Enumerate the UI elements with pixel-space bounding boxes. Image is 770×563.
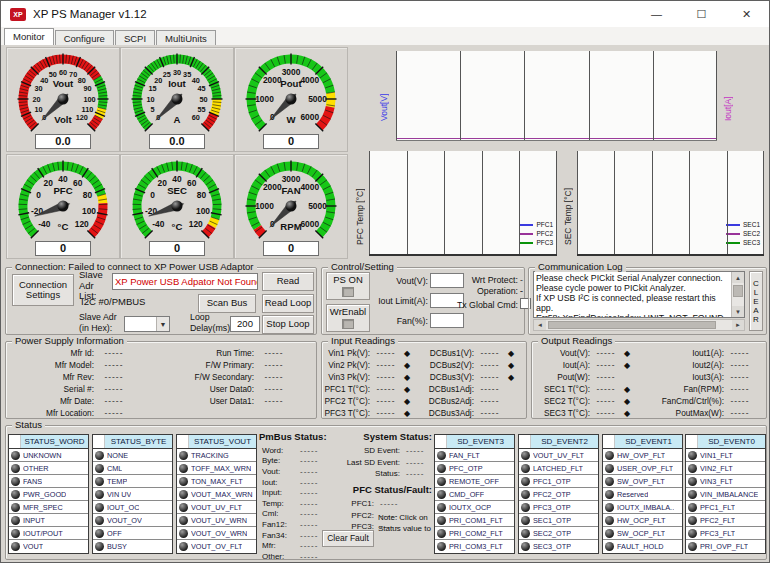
status-kv-row: Fan12:----- <box>262 519 318 530</box>
status-row-label: USER_OVP_FLT <box>617 464 673 473</box>
log-vertical-scrollbar[interactable]: ▲ ▼ <box>731 272 744 317</box>
reading-label: Vin1 Pk(V): <box>322 348 370 358</box>
scroll-right-icon[interactable]: ► <box>732 320 744 330</box>
gridline <box>689 151 690 254</box>
reading-value: ----- <box>94 348 134 358</box>
status-kv-row: Vout:----- <box>262 466 318 477</box>
reading-row: Pout(W):----- <box>534 371 630 383</box>
ps-on-button[interactable]: PS ON <box>326 272 370 300</box>
minimize-button[interactable]: — <box>634 1 679 27</box>
slave-adr-label: Slave Adr (in Hex): <box>79 312 123 333</box>
ps-info-right: Run Time:-----F/W Primary:-----F/W Secon… <box>146 347 294 407</box>
status-kv-value[interactable]: ----- <box>300 531 318 540</box>
wr-enabl-button[interactable]: WrEnabl <box>326 304 370 332</box>
reading-label: SEC3 T(°C): <box>534 408 590 418</box>
connection-settings-button[interactable]: Connection Settings <box>12 274 74 306</box>
control-field-input[interactable] <box>430 313 464 328</box>
status-kv-row: Word:----- <box>262 445 318 456</box>
control-field-input[interactable] <box>430 273 464 288</box>
svg-text:4000: 4000 <box>300 75 319 85</box>
status-vout-table: STATUS_VOUTTRACKINGTOFF_MAX_WRNTON_MAX_F… <box>176 434 257 554</box>
stop-loop-button[interactable]: Stop Loop <box>262 315 314 334</box>
tab-scpi[interactable]: SCPI <box>115 30 155 45</box>
vout-gauge-panel: 0102030405060708090100110120VoutVolt0.0 <box>6 47 120 152</box>
reading-label: Iout(A): <box>534 360 590 370</box>
scroll-left-icon[interactable]: ◄ <box>534 320 546 330</box>
status-row: VOUT_OV <box>93 514 172 527</box>
status-kv-value[interactable]: ----- <box>300 520 318 529</box>
read-button[interactable]: Read <box>262 272 314 291</box>
status-row-label: VOUT_OV_WRN <box>191 529 247 538</box>
tab-monitor[interactable]: Monitor <box>4 28 54 45</box>
scrollbar-thumb[interactable] <box>548 321 716 329</box>
status-row-label: INPUT <box>23 516 45 525</box>
status-kv-value[interactable]: ----- <box>406 446 424 455</box>
pmbus-status-rows: Word:-----Byte:-----Vout:-----Iout:-----… <box>262 445 318 562</box>
status-kv-value[interactable]: ----- <box>300 446 318 455</box>
status-kv-value[interactable]: ----- <box>300 552 318 561</box>
status-kv-value[interactable]: ----- <box>300 467 318 476</box>
sec-legend: SEC1SEC2SEC3 <box>726 221 760 246</box>
status-kv-row: Input:----- <box>262 487 318 498</box>
tab-multiunits[interactable]: MultiUnits <box>156 30 216 45</box>
pfc-axis-label: PFC Temp [°C] <box>355 169 365 245</box>
scroll-up-icon[interactable]: ▲ <box>732 272 744 283</box>
scroll-down-icon[interactable]: ▼ <box>732 306 744 317</box>
status-led-icon <box>688 503 697 512</box>
status-kv-value[interactable]: ----- <box>406 458 424 467</box>
maximize-button[interactable]: ☐ <box>679 1 724 27</box>
status-led-icon <box>437 529 446 538</box>
status-led-icon <box>179 477 188 486</box>
status-kv-value[interactable]: ----- <box>300 541 318 550</box>
scrollbar-thumb[interactable] <box>733 285 743 297</box>
slave-adr-combobox[interactable]: ▼ <box>124 316 170 332</box>
close-button[interactable]: ✕ <box>724 1 769 27</box>
reading-value: ----- <box>724 396 756 406</box>
ps-info-title: Power Supply Information <box>12 335 127 346</box>
log-horizontal-scrollbar[interactable]: ◄ ► <box>533 319 745 331</box>
status-kv-value[interactable]: ----- <box>300 499 318 508</box>
log-textarea[interactable]: Please check PICkit Serial Analyzer conn… <box>533 271 745 318</box>
pmbus-status-header: PmBus Status: <box>259 431 327 442</box>
status-kv-value[interactable]: ----- <box>300 456 318 465</box>
status-row-label: SEC3_OTP <box>533 542 571 551</box>
status-kv-value[interactable]: ----- <box>380 499 398 508</box>
status-led-icon <box>95 451 104 460</box>
status-kv-label: Temp: <box>262 499 294 508</box>
status-row: IOUTX_OCP <box>435 501 514 514</box>
status-row-label: VIN1_FLT <box>700 451 733 460</box>
reading-label: PFC2 T(°C): <box>322 396 370 406</box>
input-readings-right: DCBus1(V):-----◆DCBus2(V):-----◆DCBus3(V… <box>420 347 514 419</box>
read-loop-button[interactable]: Read Loop <box>262 294 314 313</box>
status-led-icon <box>521 464 530 473</box>
svg-text:RPM: RPM <box>280 221 301 232</box>
reading-label: DCBus2Adj: <box>420 396 474 406</box>
svg-text:30: 30 <box>34 84 42 93</box>
loop-delay-input[interactable]: 200 <box>230 316 260 332</box>
scan-bus-button[interactable]: Scan Bus <box>198 294 256 313</box>
svg-text:80: 80 <box>197 190 207 200</box>
status-led-icon <box>95 516 104 525</box>
status-row-label: PFC_OTP <box>449 464 483 473</box>
status-row: VIN1_FLT <box>686 449 765 462</box>
status-row: TON_MAX_FLT <box>177 475 256 488</box>
sec-axis-label: SEC Temp [°C] <box>563 169 573 245</box>
reading-row: Vin2 Pk(V):-----◆ <box>322 359 410 371</box>
reading-row: PFC2 T(°C):-----◆ <box>322 395 410 407</box>
pout-value: 0 <box>263 134 319 149</box>
status-kv-value[interactable]: ----- <box>300 509 318 518</box>
status-kv-value[interactable]: ----- <box>300 488 318 497</box>
pfc-value: 0 <box>35 241 91 256</box>
status-row-label: VOUT_UV_FLT <box>191 503 242 512</box>
reading-value: ----- <box>474 396 506 406</box>
ps-info-group: Power Supply Information Mfr Id:-----Mfr… <box>5 341 317 419</box>
status-led-icon <box>95 490 104 499</box>
clear-fault-button[interactable]: Clear Fault <box>322 530 374 547</box>
status-kv-label: Fan34: <box>262 531 294 540</box>
clear-log-button[interactable]: C L E A R <box>749 271 763 331</box>
adaptor-status-field[interactable]: XP Power USB Adpator Not Found <box>112 273 258 290</box>
pfc-temp-plot: PFC1PFC2PFC3 <box>369 151 557 256</box>
tab-configure[interactable]: Configure <box>55 30 114 45</box>
status-kv-value[interactable]: ----- <box>300 478 318 487</box>
status-kv-value[interactable]: ----- <box>406 469 424 478</box>
